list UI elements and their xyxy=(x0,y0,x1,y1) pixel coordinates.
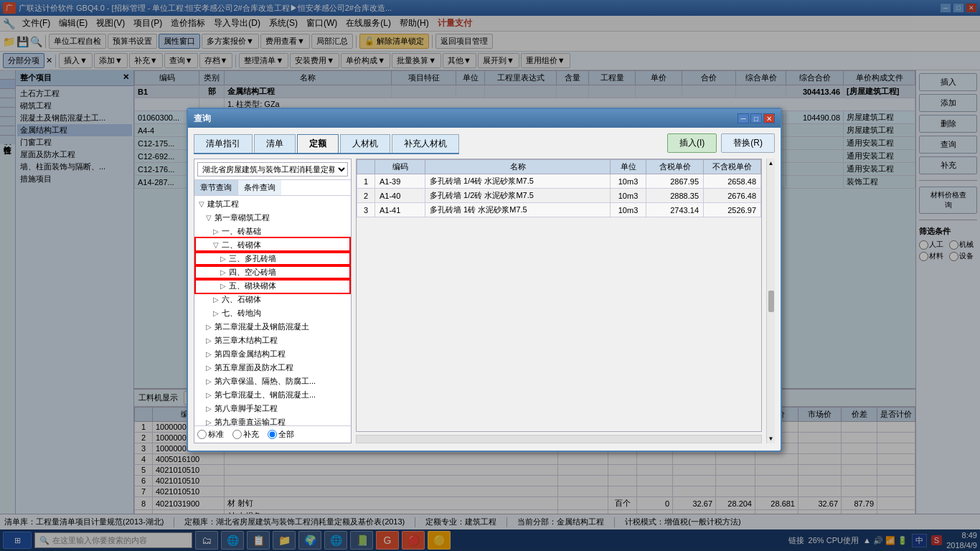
results-row-1[interactable]: 1 A1-39 多孔砖墙 1/4砖 水泥砂浆M7.5 10m3 2867.95 … xyxy=(357,174,761,189)
modal-dropdown-row: 湖北省房屋建筑与装饰工程消耗量定额 xyxy=(194,159,351,180)
modal-tree: ▽建筑工程 ▽第一章砌筑工程 ▷一、砖基础 ▽二、砖砌体 ▷三、多孔砖墙 xyxy=(194,196,351,425)
modal-insert-btn[interactable]: 插入(I) xyxy=(667,133,717,153)
modal-minimize[interactable]: ─ xyxy=(738,113,749,123)
results-col-no xyxy=(357,160,375,174)
expand-icon: ▷ xyxy=(220,255,227,263)
expand-icon: ▷ xyxy=(206,377,213,385)
results-table: 编码 名称 单位 含税单价 不含税单价 1 A1-39 xyxy=(357,159,761,217)
expand-icon: ▽ xyxy=(213,241,220,249)
modal-close[interactable]: ✕ xyxy=(763,113,775,123)
modal-overlay: 查询 ─ □ ✕ 清单指引 清单 定额 人材机 补充人材机 插入(I) 替换(R… xyxy=(0,0,980,551)
tree-duokong[interactable]: ▷三、多孔砖墙 xyxy=(196,252,349,265)
expand-icon: ▷ xyxy=(206,364,213,372)
radio-all[interactable]: 全部 xyxy=(268,429,294,440)
modal-search-tab-condition[interactable]: 条件查询 xyxy=(238,180,281,195)
tree-di2zhang[interactable]: ▷第二章混凝土及钢筋混凝土 xyxy=(196,320,349,334)
tree-zhuanqiti[interactable]: ▽二、砖砌体 xyxy=(196,238,349,252)
results-col-notax-price: 不含税单价 xyxy=(704,160,761,174)
expand-icon: ▷ xyxy=(206,418,213,425)
expand-icon: ▷ xyxy=(206,405,213,413)
modal-right-panel: 编码 名称 单位 含税单价 不含税单价 1 A1-39 xyxy=(356,159,762,443)
modal-titlebar: 查询 ─ □ ✕ xyxy=(188,109,781,128)
tree-kuaiqiti[interactable]: ▷五、砌块砌体 xyxy=(196,279,349,293)
modal-title: 查询 xyxy=(194,113,211,125)
scroll-up-icon[interactable]: ▲ xyxy=(768,160,774,166)
expand-icon: ▷ xyxy=(213,296,220,303)
results-col-code: 编码 xyxy=(375,160,425,174)
radio-supplement-input[interactable] xyxy=(232,430,242,439)
radio-standard-input[interactable] xyxy=(197,430,207,439)
modal-left-panel: 湖北省房屋建筑与装饰工程消耗量定额 章节查询 条件查询 ▽建筑工程 xyxy=(194,159,352,443)
modal-radio-group: 标准 补充 全部 xyxy=(194,425,351,443)
expand-icon: ▷ xyxy=(213,309,220,317)
modal-search-tabs: 章节查询 条件查询 xyxy=(194,180,351,196)
modal-action-btns: 插入(I) 替换(R) xyxy=(667,133,775,154)
tree-di6zhang[interactable]: ▷第六章保温、隔热、防腐工... xyxy=(196,375,349,388)
expand-icon: ▷ xyxy=(213,227,220,235)
results-col-name: 名称 xyxy=(425,160,611,174)
expand-icon: ▷ xyxy=(206,350,213,358)
expand-icon: ▽ xyxy=(206,214,213,222)
tree-di3zhang[interactable]: ▷第三章木结构工程 xyxy=(196,334,349,347)
results-col-tax-price: 含税单价 xyxy=(646,160,704,174)
modal-tabs-row: 清单指引 清单 定额 人材机 补充人材机 插入(I) 替换(R) xyxy=(194,133,775,154)
tree-di5zhang[interactable]: ▷第五章屋面及防水工程 xyxy=(196,361,349,375)
modal-right-table: 编码 名称 单位 含税单价 不含税单价 1 A1-39 xyxy=(356,159,762,432)
expand-icon: ▷ xyxy=(206,391,213,399)
expand-icon: ▷ xyxy=(220,282,227,290)
scroll-thumb[interactable] xyxy=(768,291,774,312)
modal-body: 湖北省房屋建筑与装饰工程消耗量定额 章节查询 条件查询 ▽建筑工程 xyxy=(194,159,775,443)
results-col-unit: 单位 xyxy=(611,160,646,174)
radio-all-input[interactable] xyxy=(268,430,277,439)
tree-zhuandigou[interactable]: ▷七、砖地沟 xyxy=(196,306,349,320)
modal-tab-rencaiji[interactable]: 人材机 xyxy=(340,134,390,153)
radio-standard[interactable]: 标准 xyxy=(197,429,224,440)
tree-kongxin[interactable]: ▷四、空心砖墙 xyxy=(196,265,349,279)
expand-icon: ▽ xyxy=(199,200,206,208)
modal-replace-btn[interactable]: 替换(R) xyxy=(721,133,775,153)
modal-tab-buchong[interactable]: 补充人材机 xyxy=(392,134,459,153)
modal-tabs: 清单指引 清单 定额 人材机 补充人材机 xyxy=(194,134,459,154)
tree-zhuanjichu[interactable]: ▷一、砖基础 xyxy=(196,225,349,238)
tree-di1zhang[interactable]: ▽第一章砌筑工程 xyxy=(196,211,349,225)
radio-supplement[interactable]: 补充 xyxy=(232,429,259,440)
modal-search-tab-chapter[interactable]: 章节查询 xyxy=(194,180,238,195)
query-modal: 查询 ─ □ ✕ 清单指引 清单 定额 人材机 补充人材机 插入(I) 替换(R… xyxy=(187,108,782,452)
tree-di7zhang[interactable]: ▷第七章混凝土、钢筋混凝土... xyxy=(196,388,349,402)
scroll-down-icon[interactable]: ▼ xyxy=(768,435,774,442)
tree-di9zhang[interactable]: ▷第九章垂直运输工程 xyxy=(196,415,349,425)
modal-dropdown[interactable]: 湖北省房屋建筑与装饰工程消耗量定额 xyxy=(197,162,348,176)
modal-tab-qingdan[interactable]: 清单 xyxy=(254,134,296,153)
expand-icon: ▷ xyxy=(206,323,213,331)
tree-di4zhang[interactable]: ▷第四章金属结构工程 xyxy=(196,347,349,361)
expand-icon: ▷ xyxy=(220,268,227,276)
tree-jianzhugongcheng[interactable]: ▽建筑工程 xyxy=(196,197,349,211)
modal-controls: ─ □ ✕ xyxy=(738,113,775,123)
tree-di8zhang[interactable]: ▷第八章脚手架工程 xyxy=(196,402,349,415)
modal-maximize[interactable]: □ xyxy=(750,113,762,123)
modal-content: 清单指引 清单 定额 人材机 补充人材机 插入(I) 替换(R) xyxy=(188,128,781,449)
modal-tab-qingdan-zhiyin[interactable]: 清单指引 xyxy=(194,134,253,153)
tree-shiqiti[interactable]: ▷六、石砌体 xyxy=(196,293,349,306)
expand-icon: ▷ xyxy=(206,336,213,344)
horizontal-scrollbar[interactable] xyxy=(356,435,762,443)
results-row-3[interactable]: 3 A1-41 多孔砖墙 1砖 水泥砂浆M7.5 10m3 2743.14 25… xyxy=(357,203,761,217)
modal-scrollbar[interactable]: ▲ ▼ xyxy=(766,159,775,443)
results-row-2[interactable]: 2 A1-40 多孔砖墙 1/2砖 水泥砂浆M7.5 10m3 2888.35 … xyxy=(357,189,761,203)
modal-tab-dinge[interactable]: 定额 xyxy=(297,134,339,153)
